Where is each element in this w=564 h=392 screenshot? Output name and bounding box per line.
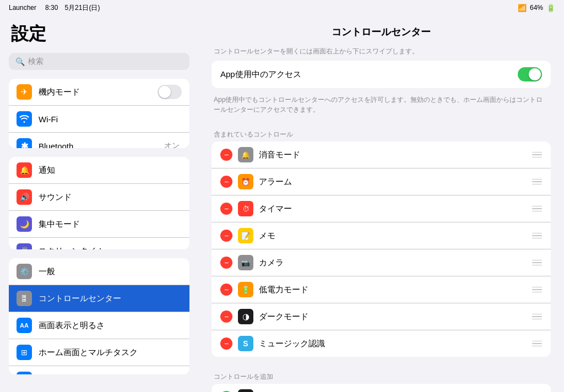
add-controls-list: + 📺 Apple TVリモコン + ♿ アクセシビリティのショートカット [212,384,551,392]
shazam-icon: S [238,336,253,351]
remove-notes-btn[interactable]: − [220,230,232,242]
sidebar-item-homescreen[interactable]: ⊞ ホーム画面とマルチタスク [9,339,189,366]
sidebar-item-wifi[interactable]: Wi-Fi [9,106,189,133]
sound-icon: 🔊 [17,189,32,205]
notifications-icon: 🔔 [17,162,32,178]
remove-alarm-btn[interactable]: − [220,176,232,188]
sound-label: サウンド [39,192,182,203]
controlcenter-label: コントロールセンター [39,293,182,304]
darkmode-drag-handle[interactable] [532,314,542,320]
notifications-label: 通知 [39,165,182,176]
shazam-drag-handle[interactable] [532,341,542,347]
control-row-silent: − 🔔 消音モード [212,141,551,168]
alarm-drag-handle[interactable] [532,179,542,185]
homescreen-icon: ⊞ [17,345,32,360]
sidebar-group-general: ⚙️ 一般 🎛 コントロールセンター AA 画面表示と明るさ ⊞ ホーム画面とマ… [9,258,189,374]
sidebar-item-general[interactable]: ⚙️ 一般 [9,258,189,285]
silent-label: 消音モード [259,150,532,160]
sidebar-group-notifications: 🔔 通知 🔊 サウンド 🌙 集中モード ⏳ スクリーンタイム [9,157,189,249]
included-controls-section: 含まれているコントロール − 🔔 消音モード − ⏰ アラーム [212,126,551,357]
sidebar-item-notifications[interactable]: 🔔 通知 [9,157,189,184]
bluetooth-label: Bluetooth [39,141,164,149]
access-toggle[interactable] [518,67,542,81]
display-icon: AA [17,318,32,333]
sidebar-group-connectivity: ✈ 機内モード Wi-Fi ✱ Bluetooth オン [9,79,189,148]
focus-label: 集中モード [39,219,182,230]
camera-drag-handle[interactable] [532,260,542,266]
homescreen-label: ホーム画面とマルチタスク [39,347,182,358]
wifi-label: Wi-Fi [39,115,182,124]
shazam-label: ミュージック認識 [259,339,532,349]
notes-drag-handle[interactable] [532,233,542,239]
access-toggle-label: App使用中のアクセス [220,69,518,80]
main-layout: 設定 🔍 検索 ✈ 機内モード Wi-Fi [0,15,564,392]
bluetooth-value: オン [164,141,180,148]
control-row-lowpower: − 🔋 低電力モード [212,276,551,303]
add-label: コントロールを追加 [212,368,551,384]
control-row-darkmode: − ◑ ダークモード [212,303,551,330]
search-box[interactable]: 🔍 検索 [9,53,189,70]
silent-drag-handle[interactable] [532,152,542,158]
control-row-notes: − 📝 メモ [212,222,551,249]
content-title: コントロールセンター [212,15,551,46]
airplane-label: 機内モード [39,87,158,97]
status-date: 5月21日(日) [64,3,100,13]
sidebar-item-focus[interactable]: 🌙 集中モード [9,211,189,238]
lowpower-icon: 🔋 [238,282,253,297]
sidebar-item-screentime[interactable]: ⏳ スクリーンタイム [9,238,189,249]
screentime-label: スクリーンタイム [39,246,182,250]
remove-timer-btn[interactable]: − [220,203,232,215]
content-area: コントロールセンター コントロールセンターを開くには画面右上から下にスワイプしま… [198,15,564,392]
appletv-icon: 📺 [238,389,253,392]
access-toggle-row: App使用中のアクセス [212,61,551,88]
camera-label: カメラ [259,258,532,268]
sidebar-item-sound[interactable]: 🔊 サウンド [9,184,189,211]
remove-darkmode-btn[interactable]: − [220,311,232,323]
accessibility-icon: ♿ [17,372,32,374]
search-placeholder: 検索 [28,57,44,67]
remove-lowpower-btn[interactable]: − [220,284,232,296]
sidebar-item-bluetooth[interactable]: ✱ Bluetooth オン [9,133,189,148]
remove-camera-btn[interactable]: − [220,257,232,269]
access-note: コントロールセンターを開くには画面右上から下にスワイプします。 [212,46,551,61]
remove-shazam-btn[interactable]: − [220,337,232,350]
status-bar-left: Launcher 8:30 5月21日(日) [9,3,100,13]
lowpower-drag-handle[interactable] [532,287,542,293]
add-row-appletv: + 📺 Apple TVリモコン [212,384,551,392]
status-bar-right: 📶 64% 🔋 [518,4,555,12]
access-note-section: コントロールセンターを開くには画面右上から下にスワイプします。 App使用中のア… [212,46,551,115]
remove-silent-btn[interactable]: − [220,149,232,161]
access-description: App使用中でもコントロールセンターへのアクセスを許可します。無効のときでも、ホ… [212,91,551,115]
control-row-camera: − 📷 カメラ [212,249,551,276]
search-icon: 🔍 [15,57,25,66]
add-controls-section: コントロールを追加 + 📺 Apple TVリモコン + ♿ アクセシビリティの… [212,368,551,392]
darkmode-icon: ◑ [238,309,253,324]
included-label: 含まれているコントロール [212,126,551,141]
sidebar-title: 設定 [9,15,189,53]
sidebar-item-controlcenter[interactable]: 🎛 コントロールセンター [9,285,189,312]
access-toggle-card: App使用中のアクセス [212,61,551,88]
timer-drag-handle[interactable] [532,206,542,212]
control-row-shazam: − S ミュージック認識 [212,330,551,357]
launcher-label[interactable]: Launcher [9,4,36,12]
focus-icon: 🌙 [17,216,32,232]
control-row-alarm: − ⏰ アラーム [212,168,551,195]
sidebar: 設定 🔍 検索 ✈ 機内モード Wi-Fi [0,15,198,392]
silent-icon: 🔔 [238,147,253,162]
wifi-settings-icon [17,111,32,127]
status-bar: Launcher 8:30 5月21日(日) 📶 64% 🔋 [0,0,564,15]
camera-icon: 📷 [238,255,253,270]
battery-icon: 🔋 [546,4,555,12]
lowpower-label: 低電力モード [259,285,532,295]
darkmode-label: ダークモード [259,312,532,322]
airplane-toggle[interactable] [158,85,182,99]
airplane-icon: ✈ [17,84,32,100]
alarm-icon: ⏰ [238,174,253,189]
status-time: 8:30 [45,4,58,12]
sidebar-item-display[interactable]: AA 画面表示と明るさ [9,312,189,339]
control-row-timer: − ⏱ タイマー [212,195,551,222]
controls-list: − 🔔 消音モード − ⏰ アラーム [212,141,551,357]
controlcenter-icon: 🎛 [17,291,32,306]
sidebar-item-accessibility[interactable]: ♿ アクセシビリティ [9,366,189,374]
sidebar-item-airplane[interactable]: ✈ 機内モード [9,79,189,106]
